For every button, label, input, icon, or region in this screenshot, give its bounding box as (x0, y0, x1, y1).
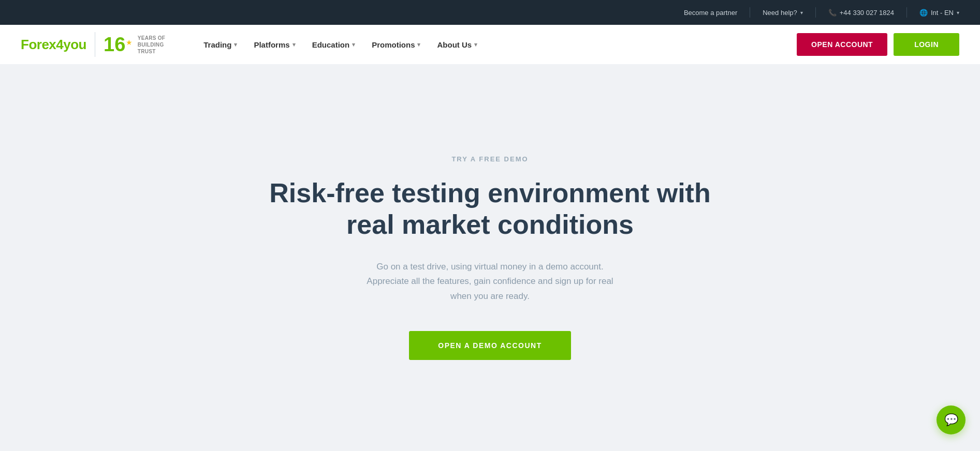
logo-area[interactable]: Forex4you 16 ★ YEARS OF BUILDING TRUST (21, 32, 165, 57)
open-demo-account-button[interactable]: OPEN A DEMO ACCOUNT (409, 331, 571, 360)
phone-link[interactable]: 📞 +44 330 027 1824 (828, 9, 894, 17)
badge-star-icon: ★ (126, 38, 133, 47)
nav-education[interactable]: Education ▾ (305, 36, 363, 53)
logo-accent: 4you (56, 37, 86, 52)
badge-line3: TRUST (138, 48, 166, 55)
locale-selector[interactable]: 🌐 Int - EN ▾ (919, 9, 959, 17)
nav-about-us[interactable]: About Us ▾ (430, 36, 485, 53)
nav-platforms[interactable]: Platforms ▾ (246, 36, 302, 53)
logo-text: Forex4you (21, 37, 86, 53)
nav-trading-label: Trading (203, 40, 231, 49)
need-help-label: Need help? (763, 9, 797, 17)
login-button[interactable]: LOGIN (894, 33, 959, 56)
logo-main: Forex (21, 37, 56, 52)
education-chevron-icon: ▾ (352, 41, 355, 48)
chat-widget[interactable]: 💬 (937, 405, 966, 434)
nav-promotions-label: Promotions (372, 40, 415, 49)
logo-divider (95, 32, 95, 57)
locale-label: Int - EN (931, 9, 954, 17)
top-bar-divider-3 (906, 7, 907, 18)
platforms-chevron-icon: ▾ (292, 41, 296, 48)
badge-number: 16 (104, 34, 125, 55)
hero-subtitle: Go on a test drive, using virtual money … (356, 260, 625, 305)
locale-chevron-icon: ▾ (957, 10, 959, 16)
nav-platforms-label: Platforms (254, 40, 289, 49)
chat-icon: 💬 (944, 413, 958, 427)
top-bar: Become a partner Need help? ▾ 📞 +44 330 … (0, 0, 980, 25)
nav-education-label: Education (312, 40, 350, 49)
badge-tagline: YEARS OF BUILDING TRUST (138, 35, 166, 55)
globe-icon: 🌐 (919, 9, 928, 17)
hero-title: Risk-free testing environment with real … (268, 177, 713, 241)
chevron-down-icon: ▾ (800, 10, 803, 16)
main-nav: Forex4you 16 ★ YEARS OF BUILDING TRUST T… (0, 25, 980, 64)
nav-trading[interactable]: Trading ▾ (196, 36, 244, 53)
badge-line1: YEARS OF (138, 35, 166, 41)
trading-chevron-icon: ▾ (234, 41, 237, 48)
hero-tag: TRY A FREE DEMO (451, 155, 528, 163)
phone-icon: 📞 (828, 9, 837, 17)
nav-buttons: OPEN ACCOUNT LOGIN (797, 33, 959, 56)
hero-section: TRY A FREE DEMO Risk-free testing enviro… (0, 64, 980, 451)
badge-line2: BUILDING (138, 41, 166, 48)
nav-promotions[interactable]: Promotions ▾ (364, 36, 428, 53)
top-bar-divider-2 (815, 7, 816, 18)
nav-about-us-label: About Us (437, 40, 472, 49)
nav-links: Trading ▾ Platforms ▾ Education ▾ Promot… (196, 36, 797, 53)
badge-number-container: 16 ★ (104, 35, 135, 54)
become-partner-link[interactable]: Become a partner (684, 9, 737, 17)
about-chevron-icon: ▾ (474, 41, 477, 48)
phone-number: +44 330 027 1824 (840, 9, 894, 17)
open-account-button[interactable]: OPEN ACCOUNT (797, 33, 887, 56)
need-help-link[interactable]: Need help? ▾ (763, 9, 803, 17)
top-bar-divider-1 (750, 7, 750, 18)
logo-badge: 16 ★ YEARS OF BUILDING TRUST (104, 35, 165, 55)
promotions-chevron-icon: ▾ (417, 41, 420, 48)
